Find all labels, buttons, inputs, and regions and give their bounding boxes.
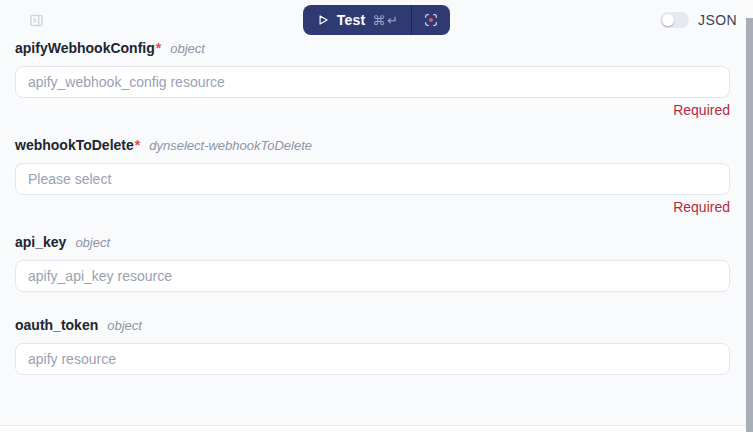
step-settings-form: apifyWebhookConfig* object Required webh… xyxy=(0,40,753,375)
test-button-group: Test ⌘↵ xyxy=(303,5,450,35)
api_key-input[interactable] xyxy=(15,260,730,292)
field-api_key: api_key object xyxy=(15,235,730,292)
json-toggle-switch[interactable] xyxy=(660,12,689,28)
bottom-divider xyxy=(0,425,746,432)
required-asterisk: * xyxy=(156,41,161,56)
required-asterisk: * xyxy=(135,138,140,153)
field-label-row: api_key object xyxy=(15,235,730,250)
field-name: webhookToDelete xyxy=(15,138,134,153)
required-error: Required xyxy=(673,199,730,215)
test-button-label: Test xyxy=(337,12,366,28)
field-name: apifyWebhookConfig xyxy=(15,41,155,56)
error-row: Required xyxy=(15,102,730,118)
field-type: dynselect-webhookToDelete xyxy=(149,138,312,153)
scrollbar-track xyxy=(746,0,753,432)
panel-expand-icon[interactable] xyxy=(29,13,44,28)
oauth_token-input[interactable] xyxy=(15,343,730,375)
field-label-row: webhookToDelete* dynselect-webhookToDele… xyxy=(15,138,730,153)
field-label-row: apifyWebhookConfig* object xyxy=(15,41,730,56)
field-type: object xyxy=(75,235,110,250)
apifyWebhookConfig-input[interactable] xyxy=(15,66,730,98)
test-button[interactable]: Test ⌘↵ xyxy=(303,5,411,35)
field-type: object xyxy=(170,41,205,56)
json-toggle-group: JSON xyxy=(660,0,737,40)
field-name: oauth_token xyxy=(15,318,98,333)
play-icon xyxy=(316,13,330,27)
field-oauth_token: oauth_token object xyxy=(15,318,730,375)
required-error: Required xyxy=(673,102,730,118)
focus-target-icon xyxy=(423,12,439,28)
field-apifyWebhookConfig: apifyWebhookConfig* object Required xyxy=(15,41,730,118)
toggle-knob xyxy=(662,14,674,26)
error-row: Required xyxy=(15,199,730,215)
focus-step-button[interactable] xyxy=(412,5,450,35)
field-name: api_key xyxy=(15,235,66,250)
toolbar: Test ⌘↵ JSON xyxy=(0,0,753,40)
field-webhookToDelete: webhookToDelete* dynselect-webhookToDele… xyxy=(15,138,730,215)
json-toggle-label: JSON xyxy=(698,12,737,28)
test-shortcut: ⌘↵ xyxy=(372,13,400,28)
scrollbar-thumb[interactable] xyxy=(746,18,753,432)
field-type: object xyxy=(107,318,142,333)
webhookToDelete-select[interactable] xyxy=(15,163,730,195)
field-label-row: oauth_token object xyxy=(15,318,730,333)
